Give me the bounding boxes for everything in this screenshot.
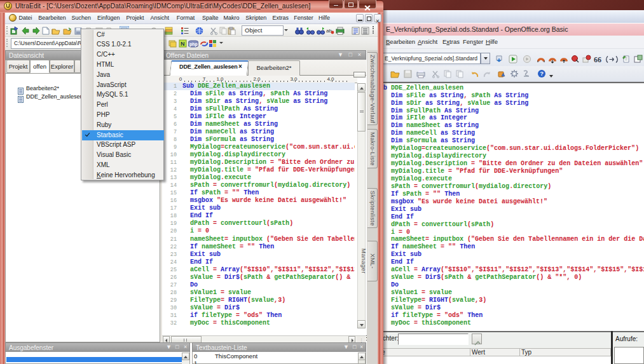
svg-text:66: 66	[594, 55, 601, 64]
svg-text:N: N	[181, 41, 185, 47]
svg-text:?: ?	[540, 70, 544, 77]
svg-text:php: php	[189, 42, 198, 47]
